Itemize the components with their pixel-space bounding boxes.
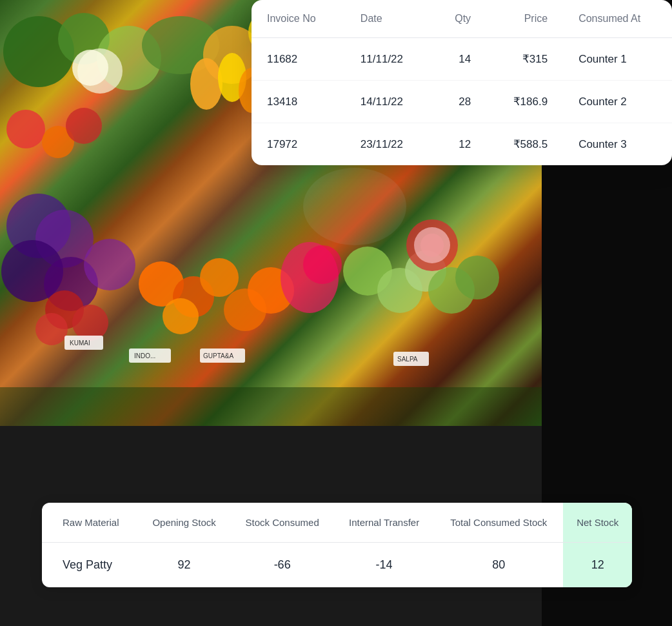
invoice-row-3: 17972 23/11/22 12 ₹588.5 Counter 3 xyxy=(252,123,672,166)
stock-consumed-1: -66 xyxy=(230,543,334,588)
internal-transfer-header: Internal Transfer xyxy=(334,503,434,543)
qty-3: 12 xyxy=(431,123,486,166)
invoice-table: Invoice No Date Qty Price Consumed At 11… xyxy=(252,0,672,165)
svg-point-24 xyxy=(84,239,135,290)
price-2: ₹186.9 xyxy=(486,81,563,123)
internal-transfer-1: -14 xyxy=(334,543,434,588)
svg-text:INDO...: INDO... xyxy=(134,352,155,359)
svg-point-40 xyxy=(420,234,444,257)
raw-material-1: Veg Patty xyxy=(42,543,138,588)
svg-text:GUPTA&A: GUPTA&A xyxy=(203,352,233,359)
svg-point-27 xyxy=(200,258,239,297)
svg-point-43 xyxy=(35,313,68,345)
stock-row-1: Veg Patty 92 -66 -14 80 12 xyxy=(42,543,632,588)
invoice-row-1: 11682 11/11/22 14 ₹315 Counter 1 xyxy=(252,38,672,81)
price-header: Price xyxy=(486,0,563,38)
net-stock-header: Net Stock xyxy=(563,503,632,543)
svg-point-8 xyxy=(6,110,45,148)
stock-section: Raw Material Opening Stock Stock Consume… xyxy=(42,503,632,587)
consumed-at-1: Counter 1 xyxy=(563,38,672,81)
consumed-at-2: Counter 2 xyxy=(563,81,672,123)
svg-point-7 xyxy=(72,50,108,86)
svg-text:KUMAI: KUMAI xyxy=(70,339,90,347)
svg-text:SALPA: SALPA xyxy=(397,356,418,363)
svg-point-10 xyxy=(66,108,102,144)
raw-material-header: Raw Material xyxy=(42,503,138,543)
stock-table: Raw Material Opening Stock Stock Consume… xyxy=(42,503,632,587)
total-consumed-header: Total Consumed Stock xyxy=(434,503,563,543)
invoice-no-header: Invoice No xyxy=(252,0,345,38)
invoice-no-2: 13418 xyxy=(252,81,345,123)
stock-consumed-header: Stock Consumed xyxy=(230,503,334,543)
price-1: ₹315 xyxy=(486,38,563,81)
qty-2: 28 xyxy=(431,81,486,123)
price-3: ₹588.5 xyxy=(486,123,563,166)
opening-stock-header: Opening Stock xyxy=(138,503,230,543)
svg-point-53 xyxy=(303,168,406,245)
date-3: 23/11/22 xyxy=(345,123,431,166)
date-header: Date xyxy=(345,0,431,38)
qty-header: Qty xyxy=(431,0,486,38)
svg-rect-44 xyxy=(0,387,542,426)
consumed-at-3: Counter 3 xyxy=(563,123,672,166)
qty-1: 14 xyxy=(431,38,486,81)
invoice-row-2: 13418 14/11/22 28 ₹186.9 Counter 2 xyxy=(252,81,672,123)
date-1: 11/11/22 xyxy=(345,38,431,81)
total-consumed-1: 80 xyxy=(434,543,563,588)
opening-stock-1: 92 xyxy=(138,543,230,588)
invoice-no-1: 11682 xyxy=(252,38,345,81)
invoice-no-3: 17972 xyxy=(252,123,345,166)
svg-point-11 xyxy=(190,58,222,110)
svg-point-42 xyxy=(72,305,108,341)
net-stock-1: 12 xyxy=(563,543,632,588)
svg-point-28 xyxy=(163,298,199,334)
date-2: 14/11/22 xyxy=(345,81,431,123)
consumed-at-header: Consumed At xyxy=(563,0,672,38)
svg-point-32 xyxy=(303,245,342,284)
svg-point-37 xyxy=(455,256,499,299)
